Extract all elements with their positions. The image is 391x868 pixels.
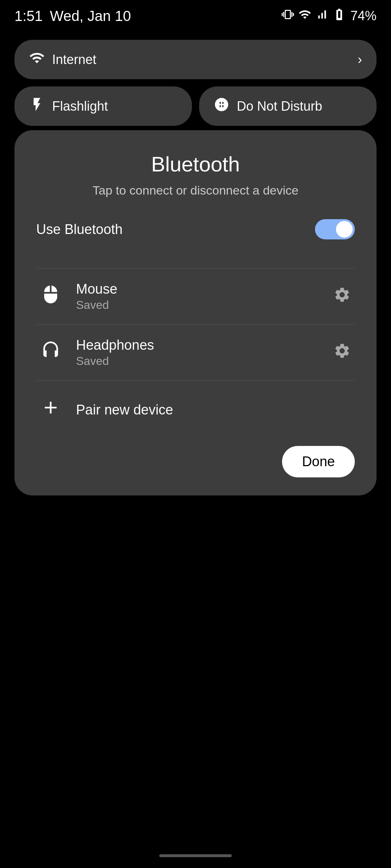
vibrate-icon bbox=[282, 8, 294, 24]
use-bluetooth-toggle[interactable] bbox=[315, 219, 355, 239]
dnd-tile[interactable]: Do Not Disturb bbox=[199, 86, 377, 126]
status-left: 1:51 Wed, Jan 10 bbox=[14, 8, 131, 24]
bluetooth-dialog-title: Bluetooth bbox=[36, 152, 355, 176]
use-bluetooth-row: Use Bluetooth bbox=[36, 219, 355, 250]
pair-new-device-row[interactable]: Pair new device bbox=[36, 381, 355, 439]
internet-tile[interactable]: Internet › bbox=[14, 40, 377, 79]
bluetooth-dialog-subtitle: Tap to connect or disconnect a device bbox=[36, 183, 355, 197]
use-bluetooth-label: Use Bluetooth bbox=[36, 222, 123, 237]
mouse-settings-button[interactable] bbox=[329, 284, 355, 309]
done-row: Done bbox=[36, 439, 355, 477]
wifi-icon bbox=[298, 8, 311, 24]
tile-row-second: Flashlight Do Not Disturb bbox=[14, 86, 377, 126]
mouse-device-name: Mouse bbox=[76, 281, 329, 297]
flashlight-tile-label: Flashlight bbox=[52, 99, 108, 114]
mouse-device-info: Mouse Saved bbox=[76, 281, 329, 312]
plus-icon bbox=[41, 397, 61, 422]
internet-tile-label: Internet bbox=[52, 52, 96, 67]
status-date: Wed, Jan 10 bbox=[50, 8, 131, 24]
pair-new-device-label: Pair new device bbox=[76, 402, 173, 418]
toggle-thumb bbox=[336, 221, 353, 238]
headphones-gear-icon bbox=[333, 342, 351, 363]
battery-percentage: 74% bbox=[350, 8, 377, 24]
device-list: Mouse Saved Headphon bbox=[36, 268, 355, 381]
flashlight-tile[interactable]: Flashlight bbox=[14, 86, 192, 126]
headphones-icon bbox=[41, 341, 60, 365]
mouse-gear-icon bbox=[333, 286, 351, 307]
headphones-device-status: Saved bbox=[76, 354, 329, 368]
mouse-device-status: Saved bbox=[76, 298, 329, 312]
mouse-icon-wrap bbox=[36, 282, 65, 311]
signal-icon bbox=[316, 8, 328, 24]
headphones-settings-button[interactable] bbox=[329, 340, 355, 365]
status-right: 74% bbox=[282, 8, 377, 24]
status-bar: 1:51 Wed, Jan 10 74% bbox=[0, 0, 391, 29]
tile-row-internet: Internet › bbox=[14, 40, 377, 79]
dnd-tile-label: Do Not Disturb bbox=[237, 99, 322, 114]
device-item-mouse[interactable]: Mouse Saved bbox=[36, 269, 355, 325]
headphones-icon-wrap bbox=[36, 338, 65, 367]
quick-settings: Internet › Flashlight Do Not Disturb bbox=[0, 29, 391, 126]
done-button[interactable]: Done bbox=[282, 446, 355, 477]
bluetooth-dialog: Bluetooth Tap to connect or disconnect a… bbox=[14, 130, 377, 495]
dnd-icon bbox=[214, 97, 230, 116]
toggle-track bbox=[315, 219, 355, 239]
device-item-headphones[interactable]: Headphones Saved bbox=[36, 325, 355, 381]
status-time: 1:51 bbox=[14, 8, 43, 24]
headphones-device-name: Headphones bbox=[76, 337, 329, 353]
wifi-tile-icon bbox=[29, 50, 45, 69]
battery-icon bbox=[332, 8, 346, 24]
mouse-icon bbox=[41, 285, 60, 309]
flashlight-icon bbox=[29, 97, 45, 116]
headphones-device-info: Headphones Saved bbox=[76, 337, 329, 368]
plus-icon-wrap bbox=[36, 395, 65, 424]
nav-handle bbox=[159, 854, 232, 857]
chevron-right-icon: › bbox=[358, 52, 362, 67]
